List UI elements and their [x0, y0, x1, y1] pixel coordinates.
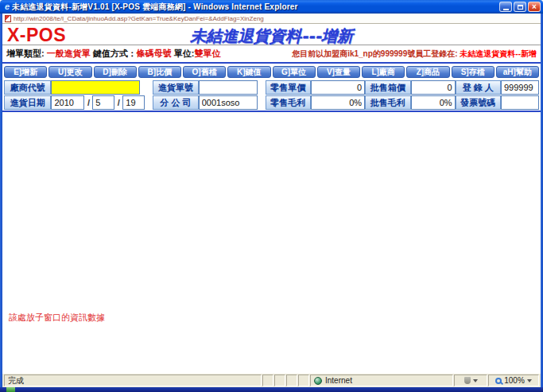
header-form: 廠商代號 進貨單號 零售單價 批售箱價 登 錄 人 進貨日期 / /: [2, 80, 541, 110]
button-unit[interactable]: G]單位: [273, 66, 316, 78]
login-location: 未結進退貨資料--新增: [460, 49, 537, 58]
divider: [2, 111, 541, 112]
date-day-input[interactable]: [122, 95, 145, 110]
security-zone-pane: Internet: [310, 375, 453, 386]
po-number-input[interactable]: [199, 80, 258, 95]
close-button[interactable]: ×: [528, 2, 541, 12]
titlebar: e 未結進退貨資料-新增V1.01 [X-POS 雲端商務網] - Window…: [0, 0, 543, 14]
zoom-control[interactable]: 100%: [488, 375, 539, 386]
button-help[interactable]: aH]幫助: [496, 66, 539, 78]
button-old-file[interactable]: O]舊檔: [183, 66, 226, 78]
operator-label: 登 錄 人: [456, 80, 501, 95]
ie-icon: e: [2, 2, 12, 11]
invoice-number-input[interactable]: [501, 95, 539, 110]
wholesale-margin-label: 批售毛利: [365, 95, 410, 110]
doc-type-label: 增單類型:: [6, 49, 47, 58]
po-number-label: 進貨單號: [153, 80, 198, 95]
invoice-number-label: 發票號碼: [456, 95, 501, 110]
status-pane: [286, 375, 297, 386]
status-bar: 完成 Internet 100%: [2, 373, 541, 387]
branch-label: 分 公 司: [153, 95, 198, 110]
form-row-1: 廠商代號 進貨單號 零售單價 批售箱價 登 錄 人: [4, 80, 539, 95]
login-notice: 您目前以加盟商ik1_np的999999號員工登錄在: 未結進退貨資料--新增: [292, 49, 537, 60]
magnifier-icon: [495, 378, 502, 384]
date-separator: /: [114, 95, 122, 110]
maximize-button[interactable]: [514, 2, 526, 12]
retail-price-input[interactable]: [311, 80, 365, 95]
button-update[interactable]: U]更改: [48, 66, 91, 78]
doc-info: 增單類型: 一般進貨單 鍵值方式：條碼母號 單位:雙單位: [6, 48, 221, 60]
url-text: http://win2008/te/I_CData/jinhuoAdd.asp?…: [14, 15, 264, 22]
retail-margin-label: 零售毛利: [266, 95, 311, 110]
button-product[interactable]: Z]商品: [406, 66, 449, 78]
box-price-input[interactable]: [411, 80, 456, 95]
operator-input[interactable]: [501, 80, 539, 95]
window-title: 未結進退貨資料-新增V1.01 [X-POS 雲端商務網] - Windows …: [12, 2, 499, 13]
date-year-input[interactable]: [51, 95, 84, 110]
button-delete[interactable]: D]刪除: [94, 66, 137, 78]
spacer: [258, 95, 266, 110]
url-bar: http://win2008/te/I_CData/jinhuoAdd.asp?…: [2, 14, 541, 24]
app-header: X-POS 未結進退貨資料---增新: [2, 24, 541, 45]
button-add[interactable]: E]增新: [4, 66, 47, 78]
browser-window: e 未結進退貨資料-新增V1.01 [X-POS 雲端商務網] - Window…: [0, 0, 543, 392]
box-price-label: 批售箱價: [365, 80, 410, 95]
shield-icon: [464, 377, 471, 384]
globe-icon: [314, 377, 322, 385]
status-pane: [274, 375, 285, 386]
retail-margin-input[interactable]: [311, 95, 365, 110]
unit-value: 雙單位: [195, 49, 221, 58]
wholesale-margin-input[interactable]: [411, 95, 456, 110]
button-save[interactable]: S]存檔: [452, 66, 495, 78]
spacer: [258, 80, 266, 95]
date-separator: /: [84, 95, 92, 110]
vendor-code-input[interactable]: [51, 80, 140, 95]
info-row: 增單類型: 一般進貨單 鍵值方式：條碼母號 單位:雙單位 您目前以加盟商ik1_…: [2, 45, 541, 61]
page-icon: [5, 15, 11, 22]
window-border-bottom: [0, 387, 543, 392]
button-check-qty[interactable]: V]查量: [317, 66, 360, 78]
minimize-icon: [503, 9, 509, 10]
status-text: 完成: [4, 375, 262, 386]
date-month-input[interactable]: [92, 95, 114, 110]
button-compare-price[interactable]: B]比價: [138, 66, 181, 78]
key-mode-label: 鍵值方式：: [91, 49, 137, 58]
window-controls: ×: [499, 2, 541, 12]
spacer: [145, 95, 153, 110]
branch-input[interactable]: [199, 95, 258, 110]
key-mode-value: 條碼母號: [137, 49, 172, 58]
zoom-level: 100%: [504, 376, 525, 385]
doc-type-value: 一般進貨單: [47, 49, 91, 58]
subwindow-placeholder-note: 該處放子窗口的資訊數據: [9, 312, 105, 324]
purchase-date-label: 進貨日期: [4, 95, 51, 110]
page-content: X-POS 未結進退貨資料---增新 增單類型: 一般進貨單 鍵值方式：條碼母號…: [2, 24, 541, 373]
toolbar: E]增新 U]更改 D]刪除 B]比價 O]舊檔 K]鍵值 G]單位 V]查量 …: [2, 64, 541, 80]
chevron-down-icon: [527, 379, 532, 382]
maximize-icon: [518, 5, 523, 10]
login-prefix: 您目前以加盟商ik1_np的999999號員工登錄在:: [292, 49, 460, 58]
page-title: 未結進退貨資料---增新: [2, 25, 541, 47]
unit-label: 單位:: [172, 49, 195, 58]
button-vendor[interactable]: L]廠商: [362, 66, 405, 78]
vendor-code-label: 廠商代號: [4, 80, 51, 95]
protected-mode-pane[interactable]: [454, 375, 487, 386]
button-key-value[interactable]: K]鍵值: [227, 66, 270, 78]
status-pane: [262, 375, 273, 386]
status-pane: [298, 375, 309, 386]
zone-label: Internet: [325, 376, 352, 385]
form-row-2: 進貨日期 / / 分 公 司 零售毛利 批售毛利 發票號碼: [4, 95, 539, 110]
minimize-button[interactable]: [499, 2, 512, 12]
chevron-down-icon: [473, 379, 478, 382]
retail-price-label: 零售單價: [266, 80, 311, 95]
taskbar-fragment: [6, 387, 15, 392]
spacer: [140, 80, 153, 95]
